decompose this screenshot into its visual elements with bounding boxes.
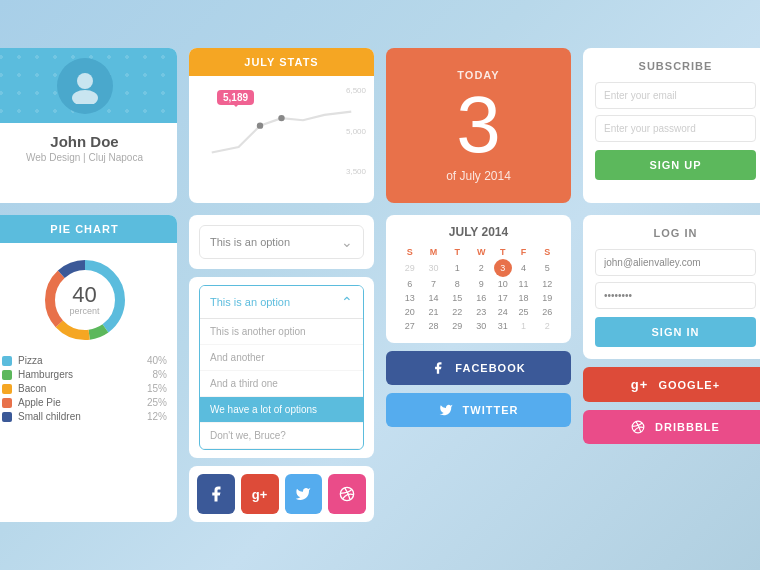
- legend-dot-applepie: [2, 398, 12, 408]
- today-number: 3: [456, 85, 501, 165]
- dropdown-option[interactable]: And another: [200, 345, 363, 371]
- avatar: [57, 58, 113, 114]
- twitter-icon-button[interactable]: [285, 474, 323, 514]
- legend-dot-smallchildren: [2, 412, 12, 422]
- dropdown-open-card: This is an option This is another option…: [189, 277, 374, 458]
- dropdown-closed-label: This is an option: [210, 236, 290, 248]
- subscribe-title: SUBSCRIBE: [595, 60, 756, 72]
- svg-point-1: [72, 90, 98, 104]
- donut-chart: 40 percent: [40, 255, 130, 345]
- today-sub: of July 2014: [446, 169, 511, 183]
- social-icons: g+: [197, 474, 366, 514]
- calendar-grid: S M T W T F S 29 30 1 2 3: [398, 245, 559, 333]
- dropdown-option[interactable]: Don't we, Bruce?: [200, 423, 363, 449]
- signin-button[interactable]: SIGN IN: [595, 317, 756, 347]
- today-label: TODAY: [457, 69, 499, 81]
- facebook-button[interactable]: FACEBOOK: [386, 351, 571, 385]
- profile-card: John Doe Web Design | Cluj Napoca: [0, 48, 177, 203]
- twitter-button-label: TWITTER: [463, 404, 519, 416]
- legend: Pizza 40% Hamburgers 8% Bacon 15% Apple …: [2, 355, 167, 425]
- chevron-down-icon: [341, 234, 353, 250]
- donut-center: 40 percent: [69, 284, 99, 316]
- dropdown-option[interactable]: This is another option: [200, 319, 363, 345]
- calendar-social-column: JULY 2014 S M T W T F S 29: [386, 215, 571, 522]
- dropdown-closed-card: This is an option: [189, 215, 374, 269]
- facebook-button-label: FACEBOOK: [455, 362, 525, 374]
- dribbble-icon-button[interactable]: [328, 474, 366, 514]
- profile-subtitle: Web Design | Cluj Napoca: [26, 152, 143, 163]
- calendar-card: JULY 2014 S M T W T F S 29: [386, 215, 571, 343]
- calendar-title: JULY 2014: [398, 225, 559, 239]
- dropdown-option[interactable]: And a third one: [200, 371, 363, 397]
- legend-item: Hamburgers 8%: [2, 369, 167, 380]
- login-social-column: LOG IN SIGN IN g+ GOOGLE+ DRIBBBLE: [583, 215, 760, 522]
- facebook-icon-button[interactable]: [197, 474, 235, 514]
- legend-item: Pizza 40%: [2, 355, 167, 366]
- dropdown-open-header[interactable]: This is an option: [200, 286, 363, 319]
- stats-body: 5,189 6,500 5,000 3,500: [189, 76, 374, 186]
- gplus-btn-icon: g+: [631, 377, 649, 392]
- legend-item: Small children 12%: [2, 411, 167, 422]
- cal-week: 29 30 1 2 3 4 5: [398, 259, 559, 277]
- profile-header: [0, 48, 177, 123]
- social-icons-row: g+: [189, 466, 374, 522]
- cal-week: 27 28 29 30 31 1 2: [398, 319, 559, 333]
- googleplus-icon-button[interactable]: g+: [241, 474, 279, 514]
- legend-dot-hamburgers: [2, 370, 12, 380]
- profile-name: John Doe: [26, 133, 143, 150]
- legend-dot-pizza: [2, 356, 12, 366]
- stats-header: JULY STATS: [189, 48, 374, 76]
- login-card: LOG IN SIGN IN: [583, 215, 760, 359]
- dropdown-option-highlighted[interactable]: We have a lot of options: [200, 397, 363, 423]
- pie-chart-header: PIE CHART: [0, 215, 177, 243]
- twitter-button[interactable]: TWITTER: [386, 393, 571, 427]
- dropdown-closed[interactable]: This is an option: [199, 225, 364, 259]
- googleplus-button-label: GOOGLE+: [658, 379, 720, 391]
- signup-button[interactable]: SIGN UP: [595, 150, 756, 180]
- dribbble-button[interactable]: DRIBBBLE: [583, 410, 760, 444]
- legend-item: Apple Pie 25%: [2, 397, 167, 408]
- svg-point-3: [278, 115, 284, 121]
- login-password-input[interactable]: [595, 282, 756, 309]
- y-axis-labels: 6,500 5,000 3,500: [346, 86, 366, 176]
- stats-card: JULY STATS 5,189 6,500 5,000 3,500: [189, 48, 374, 203]
- login-email-input[interactable]: [595, 249, 756, 276]
- dropdown-open-label: This is an option: [210, 296, 290, 308]
- dribbble-button-label: DRIBBBLE: [655, 421, 720, 433]
- login-title: LOG IN: [595, 227, 756, 239]
- email-input[interactable]: [595, 82, 756, 109]
- legend-dot-bacon: [2, 384, 12, 394]
- dropdown-social-column: This is an option This is an option This…: [189, 215, 374, 522]
- chart-value: 5,189: [217, 90, 254, 105]
- today-card: TODAY 3 of July 2014: [386, 48, 571, 203]
- cal-week: 13 14 15 16 17 18 19: [398, 291, 559, 305]
- svg-point-0: [77, 73, 93, 89]
- cal-week: 20 21 22 23 24 25 26: [398, 305, 559, 319]
- chevron-up-icon: [341, 294, 353, 310]
- profile-body: John Doe Web Design | Cluj Napoca: [14, 123, 155, 177]
- svg-point-2: [257, 122, 263, 128]
- pie-chart-card: PIE CHART 40 percent: [0, 215, 177, 522]
- legend-item: Bacon 15%: [2, 383, 167, 394]
- dropdown-open[interactable]: This is an option This is another option…: [199, 285, 364, 450]
- subscribe-card: SUBSCRIBE SIGN UP: [583, 48, 760, 203]
- cal-week: 6 7 8 9 10 11 12: [398, 277, 559, 291]
- pie-chart-body: 40 percent Pizza 40% Hamburgers 8% Baco: [0, 243, 177, 435]
- password-input[interactable]: [595, 115, 756, 142]
- googleplus-button[interactable]: g+ GOOGLE+: [583, 367, 760, 402]
- gplus-icon: g+: [252, 487, 268, 502]
